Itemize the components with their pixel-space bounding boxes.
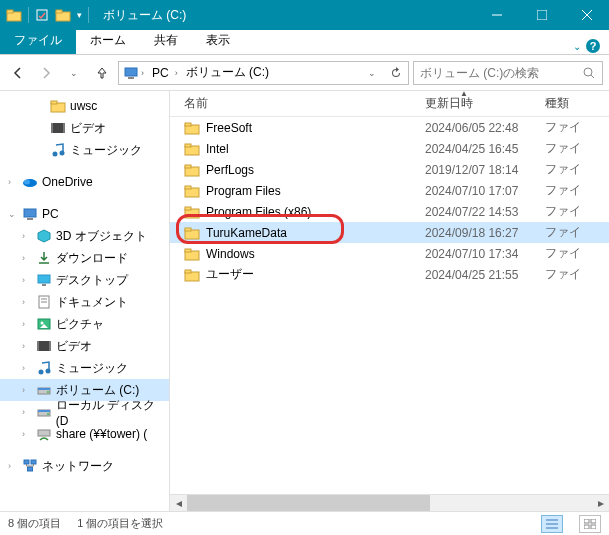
folder-icon [184,183,200,199]
tree-item[interactable]: ›ピクチャ [0,313,169,335]
tree-item[interactable]: ›OneDrive [0,171,169,193]
tree-item[interactable]: ⌄PC [0,203,169,225]
folder-icon [184,120,200,136]
qat-properties-icon[interactable] [35,8,49,22]
search-icon[interactable] [582,66,596,80]
up-button[interactable] [90,61,114,85]
tree-item[interactable]: ›ローカル ディスク (D [0,401,169,423]
svg-rect-46 [24,460,29,464]
expander-icon[interactable]: › [22,363,32,373]
tree-item-label: share (¥¥tower) ( [56,427,147,441]
column-date[interactable]: 更新日時 [425,91,545,116]
expander-icon[interactable]: ⌄ [8,209,18,219]
tree-item[interactable]: ›デスクトップ [0,269,169,291]
expander-icon[interactable]: › [22,319,32,329]
file-date: 2024/09/18 16:27 [425,226,545,240]
file-name: FreeSoft [206,121,252,135]
svg-rect-71 [591,525,596,529]
folder-icon [184,204,200,220]
qat-overflow-icon[interactable]: ▾ [77,10,82,20]
scroll-left-icon[interactable]: ◂ [170,495,187,512]
view-details-button[interactable] [541,515,563,533]
column-type[interactable]: 種類 [545,91,609,116]
file-name: Program Files [206,184,281,198]
expander-icon[interactable]: › [22,429,32,439]
tab-share[interactable]: 共有 [140,27,192,54]
table-row[interactable]: Windows2024/07/10 17:34ファイ [170,243,609,264]
expander-icon[interactable]: › [22,253,32,263]
expander-icon[interactable]: › [8,461,18,471]
onedrive-icon [22,174,38,190]
tab-file[interactable]: ファイル [0,27,76,54]
expander-icon[interactable]: › [22,275,32,285]
scroll-thumb[interactable] [187,495,430,512]
svg-rect-52 [185,144,191,147]
tree-item[interactable]: ›ドキュメント [0,291,169,313]
recent-dropdown-icon[interactable]: ⌄ [62,61,86,85]
table-row[interactable]: ユーザー2024/04/25 21:55ファイ [170,264,609,285]
table-row[interactable]: Intel2024/04/25 16:45ファイ [170,138,609,159]
svg-point-37 [39,370,44,375]
column-headers: 名前 ▲ 更新日時 種類 [170,91,609,117]
navigation-tree[interactable]: uwscビデオミュージック›OneDrive⌄PC›3D オブジェクト›ダウンロ… [0,91,170,511]
address-bar[interactable]: › PC› ボリューム (C:) ⌄ [118,61,409,85]
file-date: 2024/07/22 14:53 [425,205,545,219]
refresh-button[interactable] [384,62,408,84]
expander-icon[interactable]: › [8,177,18,187]
tree-item-label: ミュージック [56,360,128,377]
breadcrumb-volume-c[interactable]: ボリューム (C:) [182,64,273,81]
horizontal-scrollbar[interactable]: ◂ ▸ [170,494,609,511]
expander-icon[interactable]: › [22,341,32,351]
qat-folder-icon[interactable] [55,7,71,23]
file-type: ファイ [545,182,609,199]
file-type: ファイ [545,245,609,262]
tree-item[interactable]: ビデオ [0,117,169,139]
tree-item[interactable]: ›ミュージック [0,357,169,379]
scroll-right-icon[interactable]: ▸ [592,495,609,512]
back-button[interactable] [6,61,30,85]
folder-icon [6,7,22,23]
table-row[interactable]: Program Files2024/07/10 17:07ファイ [170,180,609,201]
svg-rect-58 [185,207,191,210]
view-icons-button[interactable] [579,515,601,533]
file-date: 2024/04/25 16:45 [425,142,545,156]
table-row[interactable]: TuruKameData2024/09/18 16:27ファイ [170,222,609,243]
search-input[interactable] [420,66,582,80]
search-box[interactable] [413,61,603,85]
svg-point-41 [47,391,49,393]
svg-rect-24 [24,209,36,217]
minimize-button[interactable] [474,0,519,30]
file-name: ユーザー [206,266,254,283]
svg-rect-45 [38,430,50,436]
close-button[interactable] [564,0,609,30]
sort-indicator-icon: ▲ [460,91,468,98]
maximize-button[interactable] [519,0,564,30]
tree-item[interactable]: ›ダウンロード [0,247,169,269]
address-dropdown-icon[interactable]: ⌄ [360,62,384,84]
ribbon-expand-icon[interactable]: ⌄ [573,41,581,52]
tab-view[interactable]: 表示 [192,27,244,54]
help-icon[interactable]: ? [585,38,601,54]
drive-icon [36,382,52,398]
expander-icon[interactable]: › [22,297,32,307]
forward-button[interactable] [34,61,58,85]
svg-rect-68 [584,519,589,523]
table-row[interactable]: Program Files (x86)2024/07/22 14:53ファイ [170,201,609,222]
folder-icon [184,225,200,241]
address-pc-icon[interactable]: › [119,65,148,81]
tree-item[interactable]: ›ネットワーク [0,455,169,477]
expander-icon[interactable]: › [22,231,32,241]
3d-icon [36,228,52,244]
column-name[interactable]: 名前 [170,91,425,116]
tree-item[interactable]: ›share (¥¥tower) ( [0,423,169,445]
tree-item[interactable]: uwsc [0,95,169,117]
tab-home[interactable]: ホーム [76,27,140,54]
breadcrumb-pc[interactable]: PC› [148,66,182,80]
tree-item[interactable]: ›3D オブジェクト [0,225,169,247]
expander-icon[interactable]: › [22,385,32,395]
table-row[interactable]: FreeSoft2024/06/05 22:48ファイ [170,117,609,138]
tree-item[interactable]: ›ビデオ [0,335,169,357]
tree-item[interactable]: ミュージック [0,139,169,161]
expander-icon[interactable]: › [22,407,32,417]
table-row[interactable]: PerfLogs2019/12/07 18:14ファイ [170,159,609,180]
